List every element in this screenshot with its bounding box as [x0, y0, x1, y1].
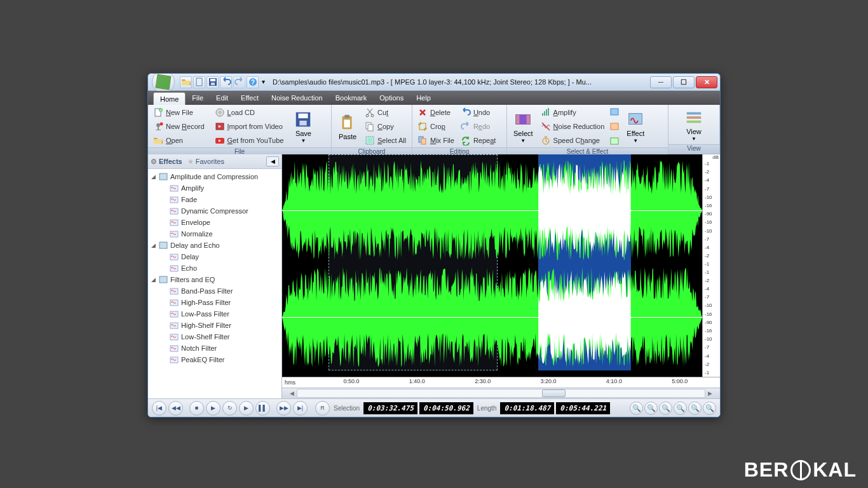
- selection-length-time: 0:01:18.487: [500, 402, 554, 414]
- svg-rect-40: [611, 123, 618, 130]
- qat-help-icon[interactable]: ?: [247, 76, 259, 88]
- goto-start-button[interactable]: |◀: [152, 401, 166, 416]
- effect-button[interactable]: Effect▼: [622, 105, 649, 147]
- play-button[interactable]: ▶: [206, 401, 220, 416]
- tree-item[interactable]: Dynamic Compressor: [149, 205, 280, 217]
- menu-edit[interactable]: Edit: [210, 91, 234, 105]
- open-button[interactable]: Open: [151, 133, 207, 147]
- new-file-button[interactable]: +New File: [151, 105, 207, 119]
- zoom-in-button[interactable]: 🔍: [630, 402, 643, 415]
- tree-item[interactable]: Delay: [149, 251, 280, 262]
- svg-rect-22: [344, 119, 349, 127]
- qat-redo-icon[interactable]: [233, 76, 245, 88]
- undo-button[interactable]: Undo: [458, 105, 498, 119]
- crop-button[interactable]: Crop: [415, 119, 457, 133]
- noise-reduction-button[interactable]: Noise Reduction: [538, 119, 607, 133]
- svg-point-9: [156, 123, 160, 127]
- new-record-button[interactable]: New Record: [151, 119, 207, 133]
- cut-button[interactable]: Cut: [362, 105, 409, 119]
- tree-item[interactable]: Low-Pass Filter: [149, 308, 280, 320]
- selection-start-time: 0:03:32.475: [363, 402, 417, 414]
- tree-item[interactable]: Fade: [149, 194, 280, 205]
- select-button[interactable]: Select▼: [510, 105, 537, 147]
- minimize-button[interactable]: ─: [650, 76, 672, 88]
- copy-button[interactable]: Copy: [362, 119, 409, 133]
- tree-item[interactable]: High-Pass Filter: [149, 297, 280, 308]
- pause-button[interactable]: ▌▌: [255, 401, 270, 416]
- load-cd-button[interactable]: Load CD: [212, 105, 287, 119]
- ribbon-label-view: View: [668, 144, 719, 154]
- save-button[interactable]: Save▼: [290, 105, 316, 147]
- waveform-canvas[interactable]: [282, 154, 702, 377]
- repeat-button[interactable]: Repeat: [458, 133, 498, 147]
- svg-rect-26: [368, 125, 373, 131]
- speed-change-button[interactable]: Speed Change: [538, 133, 607, 147]
- fast-forward-button[interactable]: ▶▶: [276, 401, 291, 416]
- tree-item[interactable]: Band-Pass Filter: [149, 285, 280, 297]
- menu-home[interactable]: Home: [153, 92, 186, 105]
- zoom-out-button[interactable]: 🔍: [644, 402, 658, 415]
- zoom-in-v-button[interactable]: 🔍: [674, 402, 687, 415]
- tree-item[interactable]: PeakEQ Filter: [149, 354, 280, 365]
- close-button[interactable]: ✕: [696, 76, 717, 88]
- svg-rect-46: [159, 173, 167, 180]
- watermark: BERKAL: [744, 458, 857, 482]
- paste-button[interactable]: Paste: [334, 105, 361, 147]
- tree-group[interactable]: ◢Filters and EQ: [149, 274, 280, 285]
- qat-save-icon[interactable]: [207, 76, 219, 88]
- import-video-button[interactable]: Import from Video: [212, 119, 287, 133]
- tree-item[interactable]: High-Shelf Filter: [149, 320, 280, 331]
- svg-rect-11: [156, 130, 161, 130]
- tree-group[interactable]: ◢Amplitude and Compression: [149, 171, 280, 182]
- delete-button[interactable]: Delete: [415, 105, 457, 119]
- view-button[interactable]: View▼: [681, 105, 707, 144]
- rewind-button[interactable]: ◀◀: [168, 401, 183, 416]
- play-selection-button[interactable]: ▶: [239, 401, 254, 416]
- svg-rect-35: [544, 111, 545, 116]
- tree-item[interactable]: Echo: [149, 262, 280, 274]
- tree-item[interactable]: Amplify: [149, 182, 280, 194]
- qat-new-icon[interactable]: [193, 76, 205, 88]
- effect-shortcut-3[interactable]: [608, 135, 621, 147]
- tab-favorites[interactable]: ★Favorites: [187, 158, 224, 166]
- maximize-button[interactable]: ☐: [673, 76, 695, 88]
- tab-effects[interactable]: ⚙Effects: [151, 158, 182, 166]
- loop-button[interactable]: ↻: [222, 401, 237, 416]
- goto-end-button[interactable]: ▶|: [293, 401, 308, 416]
- menu-effect[interactable]: Effect: [234, 91, 265, 105]
- stop-button[interactable]: ■: [189, 401, 204, 416]
- scrollbar-thumb[interactable]: [542, 390, 566, 397]
- redo-button[interactable]: Redo: [458, 119, 498, 133]
- tree-item[interactable]: Low-Shelf Filter: [149, 331, 280, 342]
- tree-item[interactable]: Notch Filter: [149, 342, 280, 354]
- ribbon-group-editing: Delete Crop Mix File Undo Redo Repeat Ed…: [412, 105, 507, 154]
- menu-help[interactable]: Help: [410, 91, 437, 105]
- zoom-out-v-button[interactable]: 🔍: [688, 402, 702, 415]
- amplify-button[interactable]: Amplify: [538, 105, 607, 119]
- menu-file[interactable]: File: [186, 91, 210, 105]
- record-button[interactable]: R: [315, 401, 330, 416]
- menu-bookmark[interactable]: Bookmark: [329, 91, 374, 105]
- horizontal-scrollbar[interactable]: ◀ ▶: [282, 388, 720, 398]
- tree-item[interactable]: Envelope: [149, 217, 280, 228]
- sidebar-collapse-icon[interactable]: ◀: [266, 156, 279, 166]
- mix-file-button[interactable]: Mix File: [415, 133, 457, 147]
- effect-shortcut-2[interactable]: [608, 120, 621, 133]
- timeline-ruler[interactable]: hms 0:50.01:40.02:30.03:20.04:10.05:00.0: [282, 377, 720, 388]
- qat-open-icon[interactable]: [180, 76, 192, 88]
- tree-item[interactable]: Normalize: [149, 228, 280, 240]
- zoom-selection-button[interactable]: 🔍: [659, 402, 672, 415]
- svg-rect-36: [546, 109, 547, 116]
- content-area: ⚙Effects ★Favorites ◀ ◢Amplitude and Com…: [148, 154, 720, 398]
- tree-group[interactable]: ◢Delay and Echo: [149, 240, 280, 251]
- qat-dropdown-icon[interactable]: ▾: [260, 76, 266, 87]
- get-youtube-button[interactable]: Get from YouTube: [212, 133, 287, 147]
- effects-tree[interactable]: ◢Amplitude and CompressionAmplifyFadeDyn…: [148, 169, 281, 398]
- select-all-button[interactable]: Select All: [362, 133, 409, 147]
- menu-options[interactable]: Options: [373, 91, 410, 105]
- qat-undo-icon[interactable]: [220, 76, 232, 88]
- zoom-fit-button[interactable]: 🔍: [703, 402, 716, 415]
- svg-rect-44: [687, 116, 702, 119]
- effect-shortcut-1[interactable]: [608, 105, 621, 118]
- menu-noise-reduction[interactable]: Noise Reduction: [265, 91, 329, 105]
